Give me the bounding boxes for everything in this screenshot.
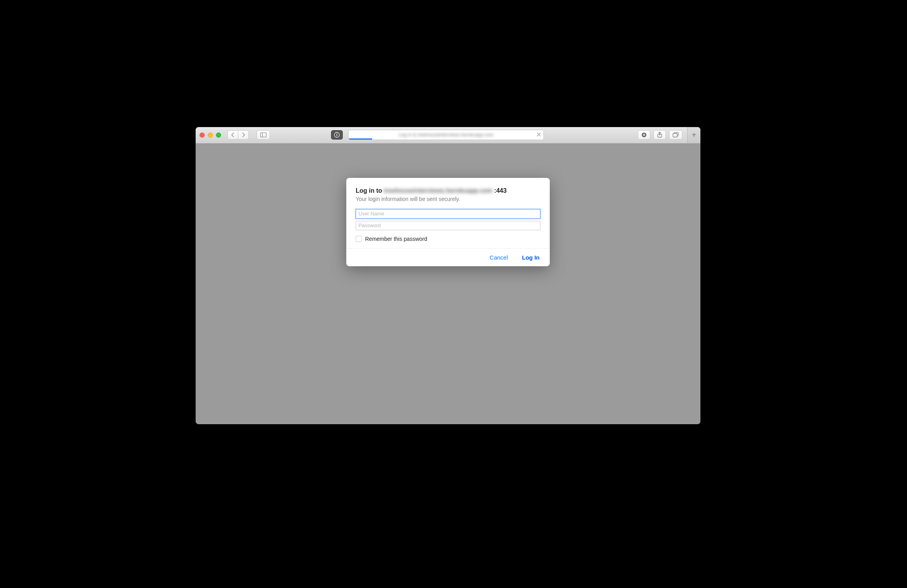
svg-rect-7 [673, 134, 677, 137]
sidebar-toggle-button[interactable] [257, 130, 270, 140]
back-button[interactable] [227, 130, 238, 140]
auth-dialog-title: Log in to treehouseinterviews.herokuapp.… [356, 187, 540, 194]
download-icon [641, 132, 647, 138]
chevron-left-icon [231, 133, 235, 137]
share-button[interactable] [653, 130, 666, 140]
stop-loading-button[interactable] [536, 132, 541, 138]
auth-title-host: treehouseinterviews.herokuapp.com [384, 187, 493, 194]
remember-password-label: Remember this password [365, 236, 427, 242]
sidebar-icon [260, 133, 266, 137]
svg-rect-0 [261, 133, 266, 137]
onepassword-button[interactable] [331, 130, 343, 140]
minimize-window-button[interactable] [208, 133, 213, 138]
address-bar-text: Log in to treehouseinterviews.herokuapp.… [399, 132, 493, 138]
remember-password-row: Remember this password [356, 236, 540, 242]
auth-dialog-footer: Cancel Log In [346, 248, 550, 266]
login-button[interactable]: Log In [520, 253, 541, 262]
chevron-right-icon [241, 133, 245, 137]
http-auth-dialog: Log in to treehouseinterviews.herokuapp.… [346, 178, 550, 266]
downloads-button[interactable] [638, 130, 650, 140]
onepassword-icon [334, 132, 340, 138]
toolbar-right-group [638, 130, 682, 140]
close-window-button[interactable] [200, 133, 205, 138]
password-field[interactable] [356, 221, 540, 230]
auth-dialog-subtitle: Your login information will be sent secu… [356, 196, 540, 202]
svg-rect-3 [337, 133, 337, 136]
page-load-progress [349, 130, 372, 140]
safari-window: Log in to treehouseinterviews.herokuapp.… [196, 127, 700, 424]
new-tab-button[interactable]: + [687, 127, 700, 143]
forward-button[interactable] [238, 130, 249, 140]
auth-title-prefix: Log in to [356, 187, 382, 194]
window-controls [200, 133, 221, 138]
address-bar[interactable]: Log in to treehouseinterviews.herokuapp.… [348, 130, 544, 140]
username-field[interactable] [356, 209, 540, 219]
nav-buttons [227, 130, 249, 140]
browser-toolbar: Log in to treehouseinterviews.herokuapp.… [196, 127, 700, 143]
tabs-icon [673, 132, 679, 138]
show-tabs-button[interactable] [669, 130, 682, 140]
remember-password-checkbox[interactable] [356, 236, 362, 242]
zoom-window-button[interactable] [216, 133, 221, 138]
close-icon [536, 132, 541, 137]
page-content: Log in to treehouseinterviews.herokuapp.… [196, 143, 700, 424]
share-icon [657, 132, 662, 138]
plus-icon: + [692, 131, 696, 140]
auth-title-suffix: :443 [494, 187, 507, 194]
cancel-button[interactable]: Cancel [488, 253, 509, 262]
